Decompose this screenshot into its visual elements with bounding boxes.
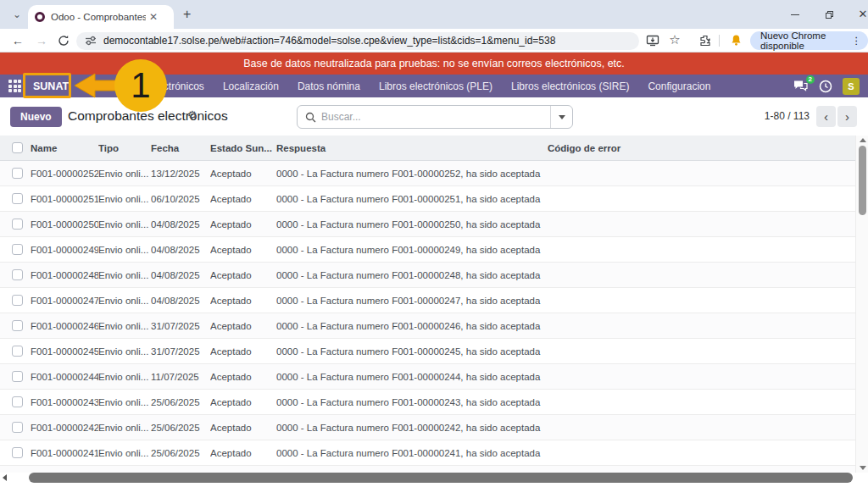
horizontal-scrollbar[interactable] xyxy=(0,471,868,484)
header-estado[interactable]: Estado Sun... xyxy=(210,143,276,153)
row-name[interactable]: F001-00000241 xyxy=(31,448,98,458)
row-estado: Aceptado xyxy=(210,397,276,407)
table-row[interactable]: F001-00000243 Envio onli... 25/06/2025 A… xyxy=(0,390,855,415)
app-name-sunat[interactable]: SUNAT xyxy=(33,80,69,92)
row-fecha: 25/06/2025 xyxy=(151,397,210,407)
address-bar[interactable]: democontable17.solse.pe/web#action=746&m… xyxy=(76,32,639,50)
browser-titlebar: ⌄ Odoo - Comprobantes electron ✕ + ✕ xyxy=(0,0,868,29)
search-input[interactable] xyxy=(316,111,550,123)
table-row[interactable]: F001-00000244 Envio onli... 11/07/2025 A… xyxy=(0,364,855,390)
messages-count-badge: 2 xyxy=(806,75,815,84)
user-avatar[interactable]: S xyxy=(843,78,860,95)
navbar-menu-item[interactable]: Datos nómina xyxy=(298,80,360,92)
tab-close-icon[interactable]: ✕ xyxy=(149,11,158,23)
scroll-up-icon[interactable] xyxy=(860,138,866,142)
row-name[interactable]: F001-00000249 xyxy=(31,245,98,255)
row-fecha: 04/08/2025 xyxy=(151,270,210,280)
notification-bell-icon[interactable] xyxy=(727,32,744,49)
search-filter-dropdown[interactable] xyxy=(550,106,572,128)
row-name[interactable]: F001-00000244 xyxy=(31,372,98,382)
row-checkbox[interactable] xyxy=(12,193,23,204)
row-checkbox[interactable] xyxy=(12,422,23,433)
install-app-icon[interactable] xyxy=(644,32,661,49)
row-respuesta: 0000 - La Factura numero F001-00000248, … xyxy=(276,270,548,280)
row-name[interactable]: F001-00000245 xyxy=(31,346,98,357)
restore-icon xyxy=(826,11,833,19)
row-fecha: 31/07/2025 xyxy=(151,346,210,357)
navbar-menu-item[interactable]: Libros electrónicos (SIRE) xyxy=(511,80,629,92)
table-row[interactable]: F001-00000241 Envio onli... 25/06/2025 A… xyxy=(0,440,855,466)
row-checkbox[interactable] xyxy=(12,371,23,382)
vertical-scrollbar-thumb[interactable] xyxy=(859,146,866,215)
row-name[interactable]: F001-00000247 xyxy=(31,296,98,306)
row-name[interactable]: F001-00000243 xyxy=(31,397,98,407)
pager-next-button[interactable]: › xyxy=(837,106,857,127)
back-button[interactable]: ← xyxy=(8,31,27,50)
navbar-menu-item[interactable]: Documentos electrónicos xyxy=(90,80,204,92)
browser-menu-icon[interactable]: ⋮ xyxy=(852,36,862,45)
forward-button[interactable]: → xyxy=(32,31,51,50)
row-name[interactable]: F001-00000242 xyxy=(31,423,98,433)
row-name[interactable]: F001-00000246 xyxy=(31,321,98,331)
header-codigo-error[interactable]: Código de error xyxy=(548,143,855,153)
header-respuesta[interactable]: Respuesta xyxy=(276,143,548,153)
row-checkbox[interactable] xyxy=(12,346,23,357)
window-close-button[interactable]: ✕ xyxy=(846,0,868,29)
reload-button[interactable] xyxy=(54,31,73,50)
pager-prev-button[interactable]: ‹ xyxy=(816,106,836,127)
new-button[interactable]: Nuevo xyxy=(10,107,62,127)
select-all-checkbox[interactable] xyxy=(12,142,23,153)
row-checkbox[interactable] xyxy=(12,168,23,179)
table-row[interactable]: F001-00000247 Envio onli... 04/08/2025 A… xyxy=(0,288,855,313)
row-checkbox[interactable] xyxy=(12,295,23,306)
row-checkbox[interactable] xyxy=(12,447,23,458)
navbar-menu-item[interactable]: Libros electrónicos (PLE) xyxy=(379,80,492,92)
table-row[interactable]: F001-00000245 Envio onli... 31/07/2025 A… xyxy=(0,339,855,364)
horizontal-scrollbar-thumb[interactable] xyxy=(29,473,853,483)
site-settings-icon[interactable] xyxy=(85,35,97,47)
row-checkbox[interactable] xyxy=(12,244,23,255)
row-tipo: Envio onli... xyxy=(98,372,151,382)
bookmark-star-icon[interactable]: ☆ xyxy=(666,32,683,49)
row-name[interactable]: F001-00000252 xyxy=(31,169,98,179)
table-row[interactable]: F001-00000242 Envio onli... 25/06/2025 A… xyxy=(0,415,855,440)
row-checkbox[interactable] xyxy=(12,219,23,230)
row-name[interactable]: F001-00000248 xyxy=(31,270,98,280)
navbar-menu-item[interactable]: Configuracion xyxy=(648,80,710,92)
table-row[interactable]: F001-00000246 Envio onli... 31/07/2025 A… xyxy=(0,313,855,339)
row-estado: Aceptado xyxy=(210,346,276,357)
row-checkbox[interactable] xyxy=(12,320,23,331)
window-minimize-button[interactable] xyxy=(778,0,812,29)
navbar-right: 2 S xyxy=(793,78,868,95)
table-row[interactable]: F001-00000249 Envio onli... 04/08/2025 A… xyxy=(0,237,855,263)
new-tab-button[interactable]: + xyxy=(183,7,191,22)
odoo-navbar: SUNAT Documentos electrónicosLocalizació… xyxy=(0,75,868,97)
header-name[interactable]: Name xyxy=(31,143,98,153)
row-name[interactable]: F001-00000251 xyxy=(31,194,98,204)
messages-button[interactable]: 2 xyxy=(793,80,809,92)
window-restore-button[interactable] xyxy=(812,0,846,29)
row-name[interactable]: F001-00000250 xyxy=(31,219,98,230)
navbar-menu-item[interactable]: Localización xyxy=(223,80,279,92)
row-tipo: Envio onli... xyxy=(98,245,151,255)
row-checkbox[interactable] xyxy=(12,269,23,280)
url-text[interactable]: democontable17.solse.pe/web#action=746&m… xyxy=(103,35,555,47)
table-row[interactable]: F001-00000248 Envio onli... 04/08/2025 A… xyxy=(0,263,855,288)
chrome-update-pill[interactable]: Nuevo Chrome disponible ⋮ xyxy=(750,31,868,50)
activities-button[interactable] xyxy=(819,80,832,93)
scroll-down-icon[interactable] xyxy=(860,466,866,470)
gear-icon[interactable]: ⚙ xyxy=(187,108,198,121)
row-estado: Aceptado xyxy=(210,270,276,280)
apps-menu-icon[interactable] xyxy=(8,80,21,92)
table-row[interactable]: F001-00000250 Envio onli... 04/08/2025 A… xyxy=(0,212,855,237)
header-fecha[interactable]: Fecha xyxy=(151,143,210,153)
header-tipo[interactable]: Tipo xyxy=(98,143,151,153)
table-row[interactable]: F001-00000252 Envio onli... 13/12/2025 A… xyxy=(0,161,855,186)
browser-tab[interactable]: Odoo - Comprobantes electron ✕ xyxy=(28,5,174,29)
scroll-left-icon[interactable] xyxy=(3,474,7,481)
table-row[interactable]: F001-00000251 Envio onli... 06/10/2025 A… xyxy=(0,186,855,212)
vertical-scrollbar[interactable] xyxy=(855,136,868,473)
row-checkbox[interactable] xyxy=(12,396,23,407)
tab-search-icon[interactable]: ⌄ xyxy=(10,8,24,21)
extensions-icon[interactable] xyxy=(697,32,714,49)
